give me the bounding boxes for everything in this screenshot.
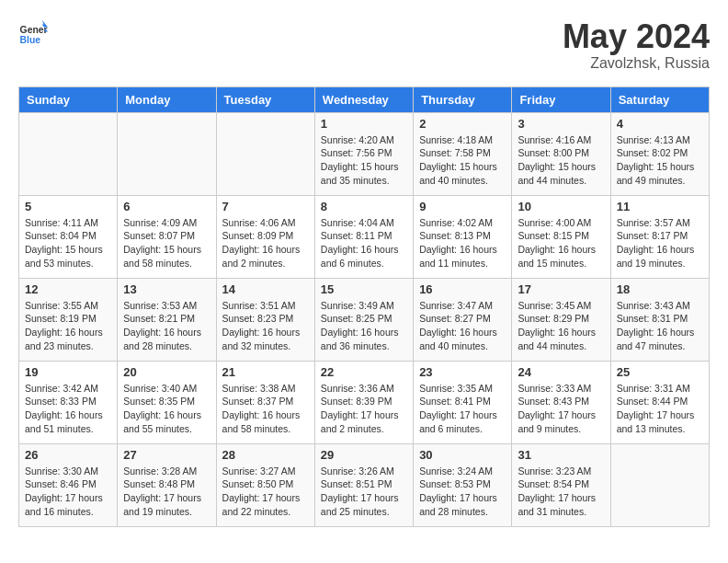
day-info: Sunrise: 3:45 AMSunset: 8:29 PMDaylight:… bbox=[518, 299, 604, 353]
location: Zavolzhsk, Russia bbox=[563, 55, 710, 72]
calendar-week-row: 19Sunrise: 3:42 AMSunset: 8:33 PMDayligh… bbox=[19, 361, 710, 443]
day-info: Sunrise: 4:16 AMSunset: 8:00 PMDaylight:… bbox=[518, 133, 604, 188]
day-number: 20 bbox=[123, 365, 210, 379]
day-number: 29 bbox=[321, 448, 407, 462]
day-number: 12 bbox=[25, 282, 111, 296]
calendar-day-cell: 4Sunrise: 4:13 AMSunset: 8:02 PMDaylight… bbox=[610, 112, 709, 195]
title-block: May 2024 Zavolzhsk, Russia bbox=[563, 18, 710, 72]
page-header: General Blue May 2024 Zavolzhsk, Russia bbox=[18, 18, 710, 72]
calendar-day-cell: 5Sunrise: 4:11 AMSunset: 8:04 PMDaylight… bbox=[19, 195, 118, 278]
calendar-day-cell bbox=[610, 443, 709, 526]
month-title: May 2024 bbox=[563, 18, 710, 55]
day-number: 5 bbox=[25, 200, 111, 213]
calendar-day-cell: 14Sunrise: 3:51 AMSunset: 8:23 PMDayligh… bbox=[216, 278, 314, 361]
calendar-day-cell bbox=[19, 112, 118, 195]
day-info: Sunrise: 3:49 AMSunset: 8:25 PMDaylight:… bbox=[321, 299, 407, 353]
day-info: Sunrise: 3:33 AMSunset: 8:43 PMDaylight:… bbox=[518, 382, 604, 436]
day-number: 11 bbox=[617, 200, 703, 213]
day-info: Sunrise: 3:51 AMSunset: 8:23 PMDaylight:… bbox=[222, 299, 309, 353]
day-info: Sunrise: 3:26 AMSunset: 8:51 PMDaylight:… bbox=[321, 465, 407, 519]
weekday-header-cell: Friday bbox=[512, 86, 610, 112]
calendar-day-cell: 25Sunrise: 3:31 AMSunset: 8:44 PMDayligh… bbox=[610, 361, 709, 443]
calendar-day-cell: 9Sunrise: 4:02 AMSunset: 8:13 PMDaylight… bbox=[414, 195, 512, 278]
day-number: 15 bbox=[321, 282, 407, 296]
day-info: Sunrise: 4:06 AMSunset: 8:09 PMDaylight:… bbox=[222, 216, 309, 270]
day-number: 6 bbox=[123, 200, 210, 213]
calendar-day-cell: 12Sunrise: 3:55 AMSunset: 8:19 PMDayligh… bbox=[19, 278, 118, 361]
weekday-header-cell: Tuesday bbox=[216, 86, 314, 112]
day-number: 18 bbox=[617, 282, 703, 296]
day-number: 13 bbox=[123, 282, 210, 296]
day-number: 25 bbox=[617, 365, 703, 379]
calendar-day-cell: 28Sunrise: 3:27 AMSunset: 8:50 PMDayligh… bbox=[216, 443, 314, 526]
day-number: 31 bbox=[518, 448, 604, 462]
day-number: 23 bbox=[419, 365, 506, 379]
day-info: Sunrise: 3:38 AMSunset: 8:37 PMDaylight:… bbox=[222, 382, 309, 436]
calendar-day-cell: 30Sunrise: 3:24 AMSunset: 8:53 PMDayligh… bbox=[414, 443, 512, 526]
day-info: Sunrise: 4:20 AMSunset: 7:56 PMDaylight:… bbox=[321, 133, 407, 188]
day-info: Sunrise: 3:35 AMSunset: 8:41 PMDaylight:… bbox=[419, 382, 506, 436]
day-info: Sunrise: 3:27 AMSunset: 8:50 PMDaylight:… bbox=[222, 465, 309, 519]
logo: General Blue bbox=[18, 18, 48, 48]
day-info: Sunrise: 3:30 AMSunset: 8:46 PMDaylight:… bbox=[25, 465, 111, 519]
day-info: Sunrise: 3:36 AMSunset: 8:39 PMDaylight:… bbox=[321, 382, 407, 436]
calendar-day-cell: 8Sunrise: 4:04 AMSunset: 8:11 PMDaylight… bbox=[314, 195, 413, 278]
day-info: Sunrise: 3:31 AMSunset: 8:44 PMDaylight:… bbox=[617, 382, 703, 436]
day-number: 24 bbox=[518, 365, 604, 379]
day-info: Sunrise: 4:09 AMSunset: 8:07 PMDaylight:… bbox=[123, 216, 210, 270]
calendar-day-cell: 22Sunrise: 3:36 AMSunset: 8:39 PMDayligh… bbox=[314, 361, 413, 443]
calendar-day-cell: 21Sunrise: 3:38 AMSunset: 8:37 PMDayligh… bbox=[216, 361, 314, 443]
calendar-week-row: 1Sunrise: 4:20 AMSunset: 7:56 PMDaylight… bbox=[19, 112, 710, 195]
calendar-day-cell: 3Sunrise: 4:16 AMSunset: 8:00 PMDaylight… bbox=[512, 112, 610, 195]
calendar-day-cell bbox=[216, 112, 314, 195]
calendar-day-cell: 24Sunrise: 3:33 AMSunset: 8:43 PMDayligh… bbox=[512, 361, 610, 443]
calendar-week-row: 5Sunrise: 4:11 AMSunset: 8:04 PMDaylight… bbox=[19, 195, 710, 278]
day-number: 27 bbox=[123, 448, 210, 462]
weekday-header-cell: Monday bbox=[118, 86, 216, 112]
day-number: 4 bbox=[617, 117, 703, 131]
calendar-day-cell: 17Sunrise: 3:45 AMSunset: 8:29 PMDayligh… bbox=[512, 278, 610, 361]
day-number: 19 bbox=[25, 365, 111, 379]
calendar-day-cell: 7Sunrise: 4:06 AMSunset: 8:09 PMDaylight… bbox=[216, 195, 314, 278]
day-number: 2 bbox=[419, 117, 506, 131]
calendar-day-cell: 16Sunrise: 3:47 AMSunset: 8:27 PMDayligh… bbox=[414, 278, 512, 361]
day-info: Sunrise: 4:18 AMSunset: 7:58 PMDaylight:… bbox=[419, 133, 506, 188]
calendar-day-cell: 23Sunrise: 3:35 AMSunset: 8:41 PMDayligh… bbox=[414, 361, 512, 443]
day-number: 10 bbox=[518, 200, 604, 213]
day-info: Sunrise: 3:42 AMSunset: 8:33 PMDaylight:… bbox=[25, 382, 111, 436]
day-number: 16 bbox=[419, 282, 506, 296]
calendar-table: SundayMondayTuesdayWednesdayThursdayFrid… bbox=[18, 86, 710, 527]
calendar-day-cell: 26Sunrise: 3:30 AMSunset: 8:46 PMDayligh… bbox=[19, 443, 118, 526]
day-info: Sunrise: 4:13 AMSunset: 8:02 PMDaylight:… bbox=[617, 133, 703, 188]
day-number: 1 bbox=[321, 117, 407, 131]
calendar-day-cell: 2Sunrise: 4:18 AMSunset: 7:58 PMDaylight… bbox=[414, 112, 512, 195]
day-number: 9 bbox=[419, 200, 506, 213]
weekday-header-row: SundayMondayTuesdayWednesdayThursdayFrid… bbox=[19, 86, 710, 112]
day-number: 26 bbox=[25, 448, 111, 462]
calendar-day-cell: 19Sunrise: 3:42 AMSunset: 8:33 PMDayligh… bbox=[19, 361, 118, 443]
calendar-day-cell bbox=[118, 112, 216, 195]
day-info: Sunrise: 3:40 AMSunset: 8:35 PMDaylight:… bbox=[123, 382, 210, 436]
day-number: 17 bbox=[518, 282, 604, 296]
day-info: Sunrise: 4:00 AMSunset: 8:15 PMDaylight:… bbox=[518, 216, 604, 270]
calendar-body: 1Sunrise: 4:20 AMSunset: 7:56 PMDaylight… bbox=[19, 112, 710, 526]
calendar-day-cell: 11Sunrise: 3:57 AMSunset: 8:17 PMDayligh… bbox=[610, 195, 709, 278]
weekday-header-cell: Saturday bbox=[610, 86, 709, 112]
calendar-week-row: 26Sunrise: 3:30 AMSunset: 8:46 PMDayligh… bbox=[19, 443, 710, 526]
day-info: Sunrise: 3:57 AMSunset: 8:17 PMDaylight:… bbox=[617, 216, 703, 270]
day-info: Sunrise: 3:53 AMSunset: 8:21 PMDaylight:… bbox=[123, 299, 210, 353]
day-info: Sunrise: 3:23 AMSunset: 8:54 PMDaylight:… bbox=[518, 465, 604, 519]
day-info: Sunrise: 3:47 AMSunset: 8:27 PMDaylight:… bbox=[419, 299, 506, 353]
calendar-week-row: 12Sunrise: 3:55 AMSunset: 8:19 PMDayligh… bbox=[19, 278, 710, 361]
weekday-header-cell: Sunday bbox=[19, 86, 118, 112]
calendar-day-cell: 6Sunrise: 4:09 AMSunset: 8:07 PMDaylight… bbox=[118, 195, 216, 278]
weekday-header-cell: Thursday bbox=[414, 86, 512, 112]
day-info: Sunrise: 4:04 AMSunset: 8:11 PMDaylight:… bbox=[321, 216, 407, 270]
svg-text:Blue: Blue bbox=[20, 35, 41, 45]
day-info: Sunrise: 3:24 AMSunset: 8:53 PMDaylight:… bbox=[419, 465, 506, 519]
day-number: 14 bbox=[222, 282, 309, 296]
day-number: 3 bbox=[518, 117, 604, 131]
day-info: Sunrise: 3:28 AMSunset: 8:48 PMDaylight:… bbox=[123, 465, 210, 519]
day-number: 22 bbox=[321, 365, 407, 379]
day-number: 7 bbox=[222, 200, 309, 213]
